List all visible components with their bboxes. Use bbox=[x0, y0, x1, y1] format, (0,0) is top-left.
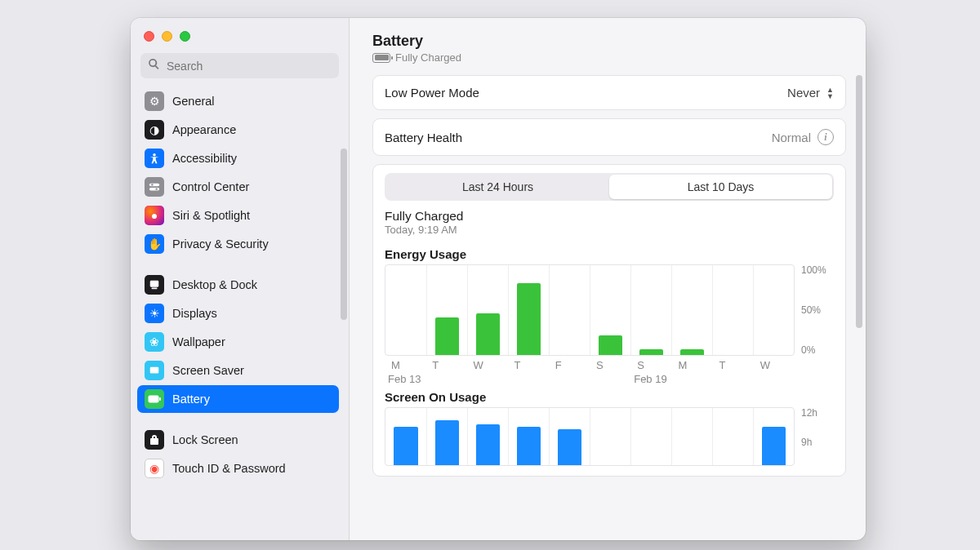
svg-rect-7 bbox=[150, 367, 159, 374]
x-tick: W bbox=[466, 359, 507, 371]
sidebar-item-label: Desktop & Dock bbox=[172, 278, 257, 291]
x-tick: W bbox=[754, 359, 795, 371]
tab-last-10d[interactable]: Last 10 Days bbox=[609, 175, 832, 199]
charge-status: Fully Charged bbox=[395, 51, 461, 64]
energy-x-axis: MTWTFSSMTW bbox=[385, 359, 834, 371]
search-icon bbox=[148, 58, 160, 73]
sidebar-item-control-center[interactable]: Control Center bbox=[137, 173, 339, 201]
svg-rect-9 bbox=[159, 397, 161, 401]
appearance-icon: ◑ bbox=[145, 120, 164, 140]
x-tick: M bbox=[385, 359, 425, 371]
sidebar-item-label: Siri & Spotlight bbox=[172, 209, 250, 222]
chart-bar bbox=[426, 408, 467, 465]
chart-bar bbox=[590, 408, 630, 465]
svg-point-0 bbox=[153, 153, 156, 157]
battery-full-icon bbox=[372, 53, 390, 63]
x-tick: S bbox=[630, 359, 671, 371]
chart-bar bbox=[426, 265, 467, 355]
stepper-icon: ▲▼ bbox=[826, 86, 834, 100]
sidebar-item-label: Battery bbox=[172, 393, 210, 406]
minimize-window-button[interactable] bbox=[162, 31, 172, 42]
chart-bar bbox=[508, 408, 549, 465]
ytick: 100% bbox=[801, 264, 834, 276]
x-tick: T bbox=[508, 359, 549, 371]
time-range-segmented: Last 24 Hours Last 10 Days bbox=[385, 173, 834, 201]
x-tick: F bbox=[549, 359, 590, 371]
sidebar-item-siri-spotlight[interactable]: ● Siri & Spotlight bbox=[137, 202, 339, 229]
svg-rect-1 bbox=[149, 184, 159, 187]
chart-bar bbox=[630, 408, 671, 465]
sidebar-item-privacy-security[interactable]: ✋ Privacy & Security bbox=[137, 230, 339, 258]
search-field[interactable] bbox=[140, 53, 339, 78]
ytick: 9h bbox=[801, 437, 834, 448]
low-power-mode-row[interactable]: Low Power Mode Never ▲▼ bbox=[372, 75, 846, 110]
page-title: Battery bbox=[372, 33, 846, 50]
energy-x-dates: Feb 13 Feb 19 bbox=[385, 373, 834, 385]
ytick: 0% bbox=[801, 344, 834, 356]
svg-rect-5 bbox=[150, 281, 159, 287]
sidebar-item-label: Lock Screen bbox=[172, 433, 238, 446]
low-power-mode-value: Never bbox=[787, 86, 820, 100]
sidebar-item-label: Displays bbox=[172, 307, 217, 320]
sidebar-item-label: Appearance bbox=[172, 123, 236, 136]
switches-icon bbox=[145, 177, 164, 197]
last-charged-title: Fully Charged bbox=[385, 209, 834, 224]
close-window-button[interactable] bbox=[144, 31, 154, 42]
chart-bar bbox=[467, 408, 508, 465]
chart-bar bbox=[385, 265, 426, 355]
zoom-window-button[interactable] bbox=[180, 31, 190, 42]
search-input[interactable] bbox=[165, 59, 332, 73]
sidebar-item-touchid-password[interactable]: ◉ Touch ID & Password bbox=[137, 455, 339, 482]
chart-bar bbox=[467, 265, 508, 355]
content-scrollbar[interactable] bbox=[856, 75, 862, 328]
hand-icon: ✋ bbox=[145, 234, 164, 254]
x-tick: T bbox=[713, 359, 754, 371]
lock-icon bbox=[145, 430, 164, 450]
chart-bar bbox=[590, 265, 630, 355]
chart-bar bbox=[630, 265, 671, 355]
sidebar-item-label: Screen Saver bbox=[172, 364, 244, 377]
sidebar-item-desktop-dock[interactable]: Desktop & Dock bbox=[137, 271, 339, 299]
chart-bar bbox=[671, 408, 712, 465]
sidebar-item-label: Control Center bbox=[172, 180, 249, 193]
svg-point-3 bbox=[151, 184, 153, 185]
battery-health-row: Battery Health Normal i bbox=[372, 118, 846, 156]
x-tick: T bbox=[425, 359, 466, 371]
sidebar-item-screen-saver[interactable]: Screen Saver bbox=[137, 357, 339, 384]
dock-icon bbox=[145, 275, 164, 295]
sidebar-item-general[interactable]: ⚙︎ General bbox=[137, 87, 339, 115]
siri-icon: ● bbox=[145, 206, 164, 225]
chart-bar bbox=[385, 408, 426, 465]
battery-icon bbox=[145, 389, 164, 409]
tab-last-24h[interactable]: Last 24 Hours bbox=[386, 175, 609, 199]
chart-bar bbox=[671, 265, 712, 355]
info-button[interactable]: i bbox=[817, 129, 834, 145]
sidebar: ⚙︎ General ◑ Appearance Accessibility bbox=[131, 18, 350, 540]
sidebar-item-label: Wallpaper bbox=[172, 335, 225, 348]
sidebar-item-battery[interactable]: Battery bbox=[137, 385, 339, 413]
sidebar-item-label: Privacy & Security bbox=[172, 237, 269, 251]
chart-bar bbox=[508, 265, 549, 355]
sidebar-item-accessibility[interactable]: Accessibility bbox=[137, 144, 339, 172]
sidebar-scrollbar[interactable] bbox=[341, 149, 347, 320]
sidebar-item-appearance[interactable]: ◑ Appearance bbox=[137, 116, 339, 144]
sidebar-item-lock-screen[interactable]: Lock Screen bbox=[137, 426, 339, 454]
accessibility-icon bbox=[145, 149, 164, 168]
energy-usage-chart: 100% 50% 0% bbox=[385, 264, 834, 356]
chart-bar bbox=[712, 408, 753, 465]
window-controls bbox=[131, 18, 349, 53]
system-settings-window: ⚙︎ General ◑ Appearance Accessibility bbox=[131, 18, 866, 540]
x-tick: S bbox=[590, 359, 630, 371]
x-tick: M bbox=[671, 359, 712, 371]
sidebar-item-displays[interactable]: ☀︎ Displays bbox=[137, 299, 339, 327]
chart-bar bbox=[549, 408, 590, 465]
ytick: 50% bbox=[801, 304, 834, 316]
gear-icon: ⚙︎ bbox=[145, 91, 164, 111]
energy-usage-title: Energy Usage bbox=[385, 247, 834, 261]
sidebar-item-wallpaper[interactable]: ❀ Wallpaper bbox=[137, 328, 339, 356]
sidebar-item-label: Touch ID & Password bbox=[172, 462, 286, 475]
ytick: 12h bbox=[801, 407, 834, 419]
chart-bar bbox=[753, 265, 794, 355]
content-area: Battery Fully Charged Low Power Mode Nev… bbox=[350, 18, 866, 540]
chart-bar bbox=[549, 265, 590, 355]
